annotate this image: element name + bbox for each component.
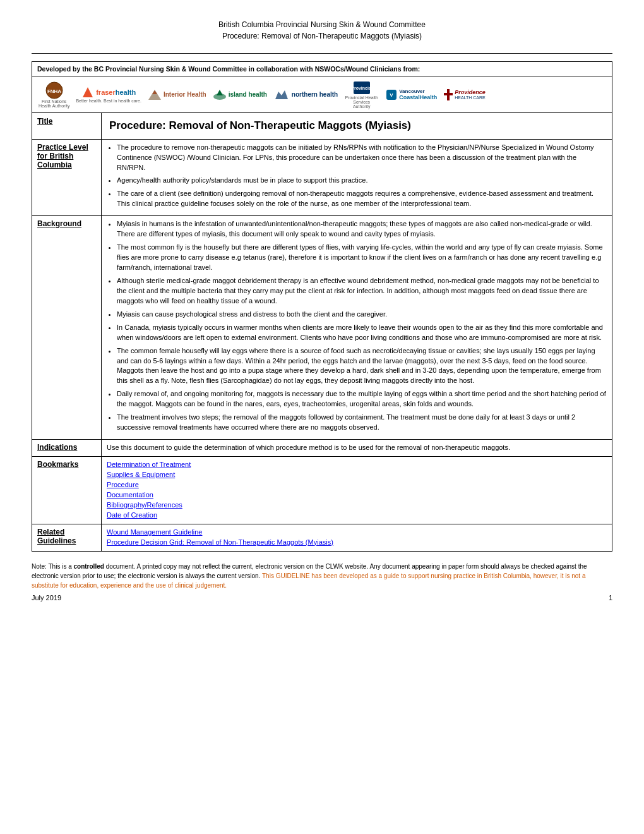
logo-fraser: fraserhealth Better health. Best in heal… (76, 86, 141, 103)
related-link-1[interactable]: Procedure Decision Grid: Removal of Non-… (107, 538, 607, 548)
practice-bullet-2: The care of a client (see definition) un… (117, 189, 607, 209)
developed-notice: Developed by the BC Provincial Nursing S… (32, 62, 612, 76)
background-bullet-4: In Canada, myiasis typically occurs in w… (117, 323, 607, 343)
logos-cell: FNHA First NationsHealth Authority frase… (32, 76, 612, 113)
background-bullet-2: Although sterile medical-grade maggot de… (117, 276, 607, 306)
background-bullet-1: The most common fly is the housefly but … (117, 243, 607, 273)
header-line1: British Columbia Provincial Nursing Skin… (32, 19, 612, 30)
bookmarks-link-4[interactable]: Bibliography/References (107, 500, 607, 511)
interior-mountain-icon (148, 89, 162, 100)
footer-date: July 2019 (32, 594, 61, 601)
island-icon (213, 89, 227, 100)
footer-note-prefix: Note: This is a (32, 563, 74, 570)
header-line2: Procedure: Removal of Non-Therapeutic Ma… (32, 30, 612, 42)
svg-text:V: V (390, 92, 394, 98)
logo-fnha: FNHA First NationsHealth Authority (39, 82, 69, 108)
svg-marker-2 (83, 87, 93, 97)
bookmarks-link-5[interactable]: Date of Creation (107, 511, 607, 521)
main-table: Developed by the BC Provincial Nursing S… (32, 61, 612, 552)
practice-bullet-1: Agency/health authority policy/standards… (117, 176, 607, 186)
fnha-icon: FNHA (45, 82, 63, 99)
fraser-icon (81, 86, 94, 99)
phsa-icon: Provincial (352, 80, 371, 95)
bookmarks-link-1[interactable]: Supplies & Equipment (107, 470, 607, 480)
related-link-0[interactable]: Wound Management Guideline (107, 528, 607, 538)
practice-bullets: The procedure to remove non-therapeutic … (117, 143, 607, 210)
logo-coastal: V Vancouver CoastalHealth (385, 88, 437, 101)
svg-text:FNHA: FNHA (47, 88, 61, 94)
background-bullet-7: The treatment involves two steps; the re… (117, 413, 607, 433)
svg-rect-12 (444, 93, 453, 95)
coastal-icon: V (385, 88, 398, 101)
section-background: Background Myiasis in humans is the infe… (32, 216, 612, 440)
svg-text:Provincial: Provincial (352, 86, 371, 90)
section-related: Related Guidelines Wound Management Guid… (32, 524, 612, 551)
page-header: British Columbia Provincial Nursing Skin… (32, 19, 612, 42)
section-background-label: Background (32, 216, 102, 440)
logo-interior: Interior Health (148, 89, 206, 100)
section-indications-content: Use this document to guide the determina… (102, 440, 612, 457)
svg-marker-4 (152, 90, 157, 94)
bookmarks-link-2[interactable]: Procedure (107, 480, 607, 490)
background-bullet-6: Daily removal of, and ongoing monitoring… (117, 389, 607, 409)
logos-container: FNHA First NationsHealth Authority frase… (39, 80, 605, 109)
section-related-content: Wound Management Guideline Procedure Dec… (102, 524, 612, 551)
title-row: Title Procedure: Removal of Non-Therapeu… (32, 113, 612, 140)
logo-providence: Providence HEALTH CARE (443, 88, 486, 101)
logos-row: FNHA First NationsHealth Authority frase… (32, 76, 612, 113)
svg-marker-6 (217, 90, 223, 95)
title-value: Procedure: Removal of Non-Therapeutic Ma… (102, 113, 612, 140)
title-label: Title (32, 113, 102, 140)
providence-icon (443, 88, 453, 101)
section-practice-content: The procedure to remove non-therapeutic … (102, 139, 612, 216)
section-indications-label: Indications (32, 440, 102, 457)
section-background-content: Myiasis in humans is the infestation of … (102, 216, 612, 440)
logo-island: island health (213, 89, 267, 100)
northern-icon (273, 89, 290, 100)
footer-page: 1 (609, 594, 612, 601)
footer-row: July 2019 1 (32, 594, 612, 601)
section-practice-label: Practice Level for British Columbia (32, 139, 102, 216)
background-bullet-3: Myiasis can cause psychological stress a… (117, 310, 607, 320)
logo-northern: northern health (273, 89, 338, 100)
logo-phsa: Provincial Provincial HealthServices Aut… (344, 80, 379, 109)
section-bookmarks-content: Determination of Treatment Supplies & Eq… (102, 457, 612, 524)
section-related-label: Related Guidelines (32, 524, 102, 551)
section-bookmarks: Bookmarks Determination of Treatment Sup… (32, 457, 612, 524)
footer-note: Note: This is a controlled document. A p… (32, 562, 612, 590)
section-bookmarks-label: Bookmarks (32, 457, 102, 524)
background-bullets: Myiasis in humans is the infestation of … (117, 219, 607, 433)
footer-note-bold: controlled (74, 563, 104, 570)
background-bullet-0: Myiasis in humans is the infestation of … (117, 219, 607, 239)
section-indications: Indications Use this document to guide t… (32, 440, 612, 457)
bookmarks-link-3[interactable]: Documentation (107, 490, 607, 500)
practice-bullet-0: The procedure to remove non-therapeutic … (117, 143, 607, 173)
background-bullet-5: The common female housefly will lay eggs… (117, 346, 607, 387)
developed-row: Developed by the BC Provincial Nursing S… (32, 62, 612, 76)
section-practice: Practice Level for British Columbia The … (32, 139, 612, 216)
bookmarks-link-0[interactable]: Determination of Treatment (107, 460, 607, 470)
